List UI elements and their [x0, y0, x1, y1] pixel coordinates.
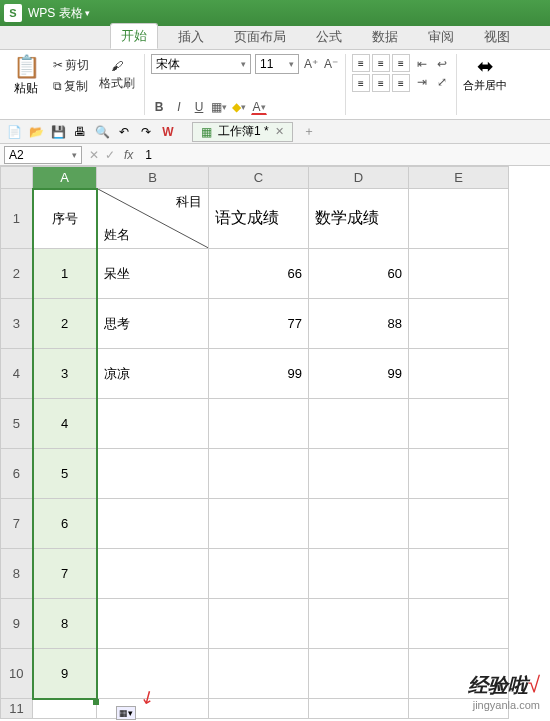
row-header[interactable]: 8	[1, 549, 33, 599]
cell[interactable]	[97, 449, 209, 499]
tab-insert[interactable]: 插入	[168, 25, 214, 49]
cell[interactable]	[209, 549, 309, 599]
cell[interactable]	[97, 499, 209, 549]
formula-value[interactable]: 1	[139, 148, 152, 162]
wrap-text-button[interactable]: ↩	[434, 56, 450, 72]
cell[interactable]: 77	[209, 299, 309, 349]
orientation-button[interactable]: ⤢	[434, 74, 450, 90]
cell[interactable]	[409, 499, 509, 549]
cell[interactable]	[97, 399, 209, 449]
redo-icon[interactable]: ↷	[138, 124, 154, 140]
new-tab-button[interactable]: ＋	[299, 122, 319, 142]
cell[interactable]	[309, 449, 409, 499]
indent-increase-button[interactable]: ⇥	[414, 74, 430, 90]
new-icon[interactable]: 📄	[6, 124, 22, 140]
row-header[interactable]: 10	[1, 649, 33, 699]
format-painter-button[interactable]: 🖌格式刷	[96, 58, 138, 93]
increase-font-icon[interactable]: A⁺	[303, 56, 319, 72]
cell[interactable]	[209, 599, 309, 649]
cell[interactable]: 凉凉	[97, 349, 209, 399]
align-bottom-center[interactable]: ≡	[372, 74, 390, 92]
cell[interactable]	[97, 549, 209, 599]
cell[interactable]: 5	[33, 449, 97, 499]
cell[interactable]: 4	[33, 399, 97, 449]
tab-formula[interactable]: 公式	[306, 25, 352, 49]
autofill-options-button[interactable]: ▦▾	[116, 706, 136, 720]
column-header-a[interactable]: A	[33, 167, 97, 189]
cell[interactable]: 9	[33, 649, 97, 699]
align-bottom-left[interactable]: ≡	[352, 74, 370, 92]
align-top-center[interactable]: ≡	[372, 54, 390, 72]
align-top-right[interactable]: ≡	[392, 54, 410, 72]
cell[interactable]	[209, 649, 309, 699]
decrease-font-icon[interactable]: A⁻	[323, 56, 339, 72]
cell[interactable]: 66	[209, 249, 309, 299]
cell[interactable]: 88	[309, 299, 409, 349]
cell[interactable]	[409, 189, 509, 249]
column-header-b[interactable]: B	[97, 167, 209, 189]
tab-page-layout[interactable]: 页面布局	[224, 25, 296, 49]
fill-handle[interactable]	[93, 699, 99, 705]
cell[interactable]	[309, 549, 409, 599]
preview-icon[interactable]: 🔍	[94, 124, 110, 140]
row-header[interactable]: 11	[1, 699, 33, 719]
cell[interactable]: 99	[309, 349, 409, 399]
cell[interactable]: 呆坐	[97, 249, 209, 299]
save-icon[interactable]: 💾	[50, 124, 66, 140]
row-header[interactable]: 4	[1, 349, 33, 399]
cell[interactable]: 7	[33, 549, 97, 599]
cell[interactable]	[309, 649, 409, 699]
column-header-d[interactable]: D	[309, 167, 409, 189]
italic-button[interactable]: I	[171, 99, 187, 115]
name-box[interactable]: A2▾	[4, 146, 82, 164]
align-bottom-right[interactable]: ≡	[392, 74, 410, 92]
cell[interactable]: 8	[33, 599, 97, 649]
tab-data[interactable]: 数据	[362, 25, 408, 49]
cell[interactable]	[209, 499, 309, 549]
cell[interactable]	[309, 599, 409, 649]
cell[interactable]: 数学成绩	[309, 189, 409, 249]
cell[interactable]	[209, 399, 309, 449]
cell[interactable]	[409, 449, 509, 499]
undo-icon[interactable]: ↶	[116, 124, 132, 140]
cancel-icon[interactable]: ✕	[86, 147, 102, 163]
row-header[interactable]: 1	[1, 189, 33, 249]
close-tab-icon[interactable]: ✕	[275, 125, 284, 138]
row-header[interactable]: 7	[1, 499, 33, 549]
cell[interactable]: 6	[33, 499, 97, 549]
cell[interactable]: 思考	[97, 299, 209, 349]
row-header[interactable]: 3	[1, 299, 33, 349]
cell[interactable]	[409, 349, 509, 399]
cell[interactable]: 序号	[33, 189, 97, 249]
cell[interactable]: 1	[33, 249, 97, 299]
cut-button[interactable]: ✂剪切	[50, 56, 92, 75]
font-color-button[interactable]: A▾	[251, 99, 267, 115]
font-name-select[interactable]: 宋体▾	[151, 54, 251, 74]
titlebar-dropdown-icon[interactable]: ▾	[85, 8, 90, 18]
open-icon[interactable]: 📂	[28, 124, 44, 140]
cell[interactable]	[409, 299, 509, 349]
paste-button[interactable]: 📋 粘贴	[6, 54, 46, 97]
cell[interactable]: 2	[33, 299, 97, 349]
row-header[interactable]: 5	[1, 399, 33, 449]
cell[interactable]	[309, 499, 409, 549]
wps-icon[interactable]: W	[160, 124, 176, 140]
merge-center-button[interactable]: ⬌ 合并居中	[463, 54, 507, 115]
row-header[interactable]: 6	[1, 449, 33, 499]
document-tab[interactable]: ▦ 工作簿1 * ✕	[192, 122, 293, 142]
row-header[interactable]: 2	[1, 249, 33, 299]
tab-review[interactable]: 审阅	[418, 25, 464, 49]
fx-icon[interactable]: fx	[124, 148, 133, 162]
cell[interactable]: 99	[209, 349, 309, 399]
cell[interactable]	[97, 599, 209, 649]
cell[interactable]: 3	[33, 349, 97, 399]
cell[interactable]: 60	[309, 249, 409, 299]
select-all-corner[interactable]	[1, 167, 33, 189]
print-icon[interactable]: 🖶	[72, 124, 88, 140]
tab-view[interactable]: 视图	[474, 25, 520, 49]
underline-button[interactable]: U	[191, 99, 207, 115]
cell[interactable]	[409, 549, 509, 599]
row-header[interactable]: 9	[1, 599, 33, 649]
cell[interactable]	[309, 399, 409, 449]
cell[interactable]	[309, 699, 409, 719]
